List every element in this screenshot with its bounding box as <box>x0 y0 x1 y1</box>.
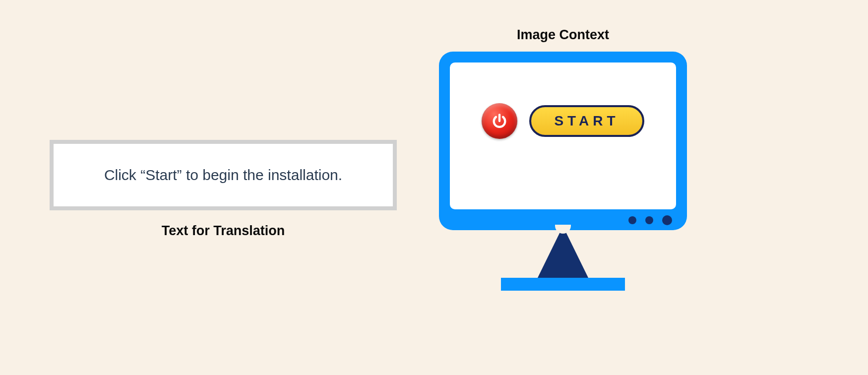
monitor-indicator-dot <box>628 216 636 224</box>
translation-text-panel: Click “Start” to begin the installation.… <box>50 140 397 239</box>
monitor-frame: START <box>439 52 687 230</box>
monitor-illustration: START <box>439 52 687 295</box>
monitor-base <box>501 278 625 291</box>
monitor-neck <box>537 226 589 279</box>
translation-text: Click “Start” to begin the installation. <box>68 167 378 184</box>
power-icon <box>491 113 508 129</box>
monitor-screen: START <box>450 62 676 209</box>
monitor-control-buttons <box>628 216 672 225</box>
start-button[interactable]: START <box>529 105 644 137</box>
monitor-indicator-dot <box>645 216 653 224</box>
start-button-label: START <box>554 113 619 128</box>
right-caption: Image Context <box>432 27 694 43</box>
image-context-panel: Image Context START <box>432 27 694 295</box>
left-caption: Text for Translation <box>50 223 397 239</box>
power-button[interactable] <box>482 103 517 139</box>
translation-text-box: Click “Start” to begin the installation. <box>50 140 397 210</box>
monitor-indicator-dot <box>662 215 672 225</box>
